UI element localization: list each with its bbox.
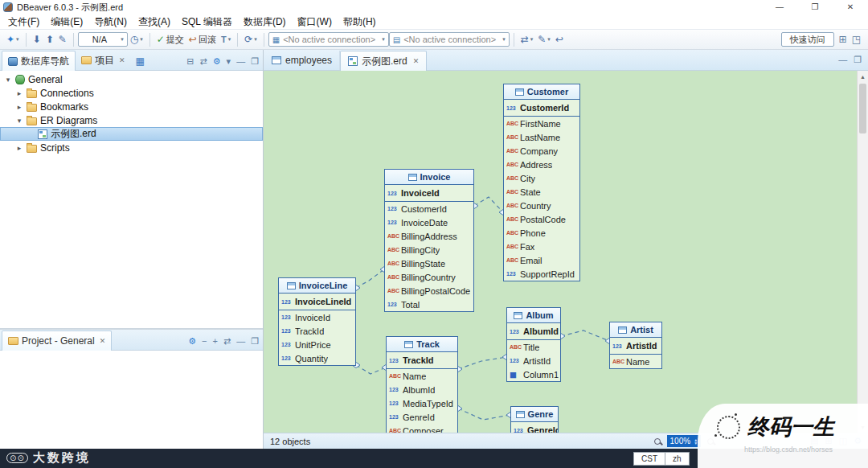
expander-icon[interactable]: ▾ bbox=[4, 76, 12, 84]
tree-item-scripts[interactable]: ▸Scripts bbox=[0, 141, 263, 154]
quick-access-box[interactable]: 快速访问 bbox=[781, 32, 834, 47]
menu-file[interactable]: 文件(F) bbox=[2, 15, 45, 29]
dropdown-arrow-icon[interactable]: ▾ bbox=[530, 36, 534, 43]
relation-invoice-customer[interactable] bbox=[474, 197, 503, 212]
tree-item-general[interactable]: ▾General bbox=[0, 72, 263, 86]
new-object-button[interactable]: ✦▾ bbox=[4, 31, 22, 47]
column-composer[interactable]: ABCComposer bbox=[387, 424, 457, 433]
column-postalcode[interactable]: ABCPostalCode bbox=[504, 212, 579, 226]
tree-item-er-diagrams[interactable]: ▾ER Diagrams bbox=[0, 113, 263, 127]
column-name[interactable]: ABCName bbox=[387, 369, 457, 383]
column-supportrepid[interactable]: 123SupportRepId bbox=[504, 267, 579, 281]
column-billingaddress[interactable]: ABCBillingAddress bbox=[385, 229, 473, 243]
menu-search[interactable]: 查找(A) bbox=[133, 15, 176, 29]
entity-invoice[interactable]: Invoice123InvoiceId123CustomerId123Invoi… bbox=[384, 169, 474, 312]
column-billingstate[interactable]: ABCBillingState bbox=[385, 257, 473, 270]
scrollbar-thumb[interactable] bbox=[859, 84, 866, 133]
active-schema-combo[interactable]: ▤<No active connection>▾ bbox=[389, 32, 510, 47]
dropdown-arrow-icon[interactable]: ▾ bbox=[547, 36, 551, 43]
column-artistid[interactable]: 123ArtistId bbox=[507, 354, 560, 367]
column-invoiceid[interactable]: 123InvoiceId bbox=[385, 185, 473, 202]
maximize-window-button[interactable]: ❐ bbox=[797, 0, 833, 14]
relation-track-genre[interactable] bbox=[458, 408, 510, 420]
column-address[interactable]: ABCAddress bbox=[504, 158, 579, 171]
dropdown-arrow-icon[interactable]: ▾ bbox=[121, 36, 124, 43]
erd-canvas[interactable]: Customer123CustomerIdABCFirstNameABCLast… bbox=[264, 71, 868, 433]
relation-invoiceline-track[interactable] bbox=[356, 365, 386, 374]
column-lastname[interactable]: ABCLastName bbox=[504, 130, 579, 144]
perspective-icon[interactable]: ◳ bbox=[852, 35, 861, 44]
menu-help[interactable]: 帮助(H) bbox=[338, 15, 382, 29]
open-button[interactable]: ⬆ bbox=[43, 31, 56, 47]
column-name[interactable]: ABCName bbox=[610, 355, 661, 368]
column-trackid[interactable]: 123TrackId bbox=[387, 352, 457, 369]
entity-header[interactable]: Genre bbox=[511, 407, 558, 422]
menu-navigate[interactable]: 导航(N) bbox=[88, 15, 133, 29]
project-panel-body[interactable] bbox=[0, 351, 263, 449]
column-invoicedate[interactable]: 123InvoiceDate bbox=[385, 216, 473, 229]
column-company[interactable]: ABCCompany bbox=[504, 144, 579, 158]
collapse-icon[interactable]: − bbox=[202, 337, 207, 346]
column-albumid[interactable]: 123AlbumId bbox=[507, 323, 560, 340]
canvas-vertical-scrollbar[interactable]: ▲ ▼ bbox=[857, 71, 868, 433]
minimize-window-button[interactable]: — bbox=[762, 0, 797, 14]
transaction-mode-button[interactable]: T▾ bbox=[219, 31, 233, 47]
expander-icon[interactable]: ▸ bbox=[15, 103, 23, 111]
expander-icon[interactable]: ▸ bbox=[15, 144, 23, 152]
tree-item-connections[interactable]: ▸Connections bbox=[0, 86, 263, 100]
dropdown-arrow-icon[interactable]: ▾ bbox=[228, 36, 231, 43]
navigator-tab-database-navigator[interactable]: 数据库导航 bbox=[2, 51, 76, 71]
maximize-view-icon[interactable]: ❐ bbox=[251, 57, 259, 66]
column-genreid[interactable]: 123GenreId bbox=[387, 410, 457, 424]
tab-close-icon[interactable]: ✕ bbox=[119, 56, 125, 64]
column-billingcity[interactable]: ABCBillingCity bbox=[385, 243, 473, 257]
expand-icon[interactable]: + bbox=[212, 337, 217, 346]
column-quantity[interactable]: 123Quantity bbox=[279, 351, 355, 365]
entity-invoiceline[interactable]: InvoiceLine123InvoiceLineId123InvoiceId1… bbox=[278, 277, 356, 366]
column-invoicelineid[interactable]: 123InvoiceLineId bbox=[279, 294, 355, 310]
dropdown-arrow-icon[interactable]: ▾ bbox=[502, 36, 506, 43]
menu-sql-editor[interactable]: SQL 编辑器 bbox=[176, 15, 238, 29]
column-unitprice[interactable]: 123UnitPrice bbox=[279, 338, 355, 351]
view-menu-icon[interactable]: ▾ bbox=[227, 57, 231, 66]
link-with-editor-icon[interactable]: ⇄ bbox=[200, 57, 207, 66]
dropdown-arrow-icon[interactable]: ▾ bbox=[16, 36, 19, 43]
entity-customer[interactable]: Customer123CustomerIdABCFirstNameABCLast… bbox=[503, 84, 580, 281]
active-connection-combo[interactable]: ▦<No active connection>▾ bbox=[268, 32, 389, 47]
column-mediatypeid[interactable]: 123MediaTypeId bbox=[387, 396, 457, 410]
tools-button[interactable]: ✎▾ bbox=[535, 31, 553, 47]
column-phone[interactable]: ABCPhone bbox=[504, 226, 579, 240]
expander-icon[interactable]: ▸ bbox=[15, 89, 23, 97]
open-perspective-icon[interactable]: ⊞ bbox=[839, 35, 847, 44]
column-country[interactable]: ABCCountry bbox=[504, 199, 579, 212]
menu-edit[interactable]: 编辑(E) bbox=[45, 15, 88, 29]
entity-header[interactable]: InvoiceLine bbox=[279, 278, 355, 294]
column-column1[interactable]: ▦Column1 bbox=[507, 367, 560, 381]
collapse-all-icon[interactable]: ⊟ bbox=[186, 57, 194, 66]
panel-grid-icon[interactable]: ▦ bbox=[136, 55, 145, 70]
minimize-view-icon[interactable]: — bbox=[236, 337, 245, 346]
entity-album[interactable]: Album123AlbumIdABCTitle123ArtistId▦Colum… bbox=[506, 307, 561, 382]
entity-genre[interactable]: Genre123GenreId bbox=[510, 406, 559, 433]
column-trackid[interactable]: 123TrackId bbox=[279, 324, 355, 338]
edit-button[interactable]: ✎ bbox=[56, 31, 69, 47]
entity-header[interactable]: Track bbox=[387, 337, 457, 352]
column-billingpostalcode[interactable]: ABCBillingPostalCode bbox=[385, 284, 473, 298]
close-window-button[interactable]: ✕ bbox=[833, 0, 868, 14]
expander-icon[interactable]: ▾ bbox=[15, 117, 23, 125]
tree-item-bookmarks[interactable]: ▸Bookmarks bbox=[0, 100, 263, 113]
column-city[interactable]: ABCCity bbox=[504, 171, 579, 185]
entity-header[interactable]: Customer bbox=[504, 84, 579, 100]
column-email[interactable]: ABCEmail bbox=[504, 253, 579, 267]
column-total[interactable]: 123Total bbox=[385, 298, 473, 311]
maximize-editor-icon[interactable]: ❐ bbox=[854, 55, 862, 65]
maximize-view-icon[interactable]: ❐ bbox=[251, 337, 259, 346]
minimize-view-icon[interactable]: — bbox=[236, 57, 245, 66]
entity-artist[interactable]: Artist123ArtistIdABCName bbox=[609, 322, 662, 369]
dropdown-arrow-icon[interactable]: ▾ bbox=[140, 36, 143, 43]
column-genreid[interactable]: 123GenreId bbox=[511, 422, 558, 433]
tab-close-icon[interactable]: ✕ bbox=[100, 337, 106, 345]
tab-close-icon[interactable]: ✕ bbox=[413, 57, 420, 65]
column-customerid[interactable]: 123CustomerId bbox=[385, 202, 473, 216]
column-billingcountry[interactable]: ABCBillingCountry bbox=[385, 270, 473, 284]
